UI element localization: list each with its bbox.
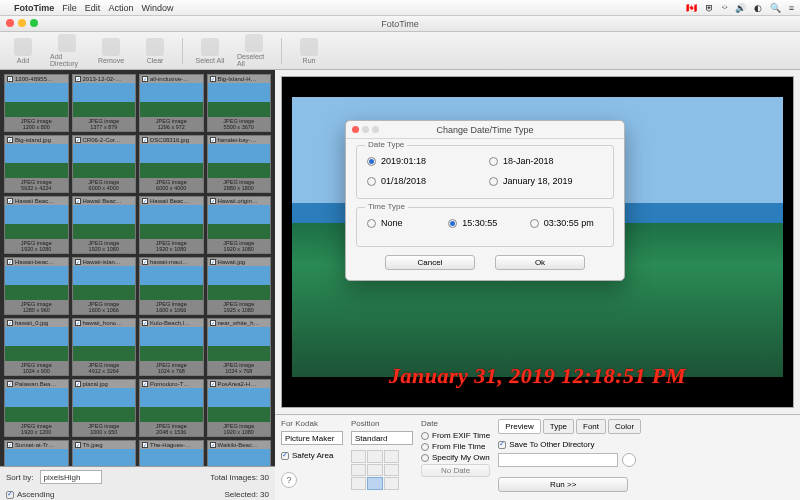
- thumbnail-item[interactable]: ✓near_white_h…JPEG image1024 x 768: [207, 318, 272, 376]
- toolbar-remove-button[interactable]: Remove: [94, 38, 128, 64]
- thumbnail-item[interactable]: ✓Hawaii Beac…JPEG image1920 x 1080: [72, 196, 137, 254]
- thumbnail-meta: JPEG image1377 x 879: [73, 117, 136, 131]
- help-button[interactable]: ?: [281, 472, 297, 488]
- minimize-window-icon[interactable]: [18, 19, 26, 27]
- sort-by-select[interactable]: pixelsHigh: [40, 470, 102, 484]
- thumbnail-item[interactable]: ✓hanalei-bay-…JPEG image2880 x 1800: [207, 135, 272, 193]
- thumbnail-item[interactable]: ✓Palawan.Bea…JPEG image1920 x 1200: [4, 379, 69, 437]
- thumbnail-item[interactable]: ✓Hawaii-islan…JPEG image1600 x 1066: [72, 257, 137, 315]
- position-grid[interactable]: [351, 450, 399, 490]
- thumbnail-meta: JPEG image2048 x 1536: [140, 422, 203, 436]
- thumbnail-filename: CR06-2-Cor…: [83, 137, 121, 143]
- toolbar-run-button[interactable]: Run: [292, 38, 326, 64]
- thumbnail-meta: JPEG image1920 x 1080: [73, 239, 136, 253]
- thumbnail-item[interactable]: ✓PosArea2-H…JPEG image1920 x 1080: [207, 379, 272, 437]
- trash-icon: [146, 38, 164, 56]
- tab-type[interactable]: Type: [543, 419, 574, 434]
- thumbnail-meta: JPEG image1920 x 1080: [5, 239, 68, 253]
- thumbnail-item[interactable]: ✓Waikiki-Beac…JPEG image: [207, 440, 272, 466]
- tab-preview[interactable]: Preview: [498, 419, 540, 434]
- hamburger-icon[interactable]: ≡: [789, 3, 794, 13]
- date-specify-radio[interactable]: Specify My Own: [421, 453, 490, 462]
- plus-icon: [14, 38, 32, 56]
- date-type-option-3[interactable]: January 18, 2019: [489, 176, 603, 186]
- thumbnail-item[interactable]: ✓1200-48955…JPEG image1200 x 800: [4, 74, 69, 132]
- date-type-option-1[interactable]: 18-Jan-2018: [489, 156, 603, 166]
- thumbnail-item[interactable]: ✓Sunset-at-Tr…JPEG image: [4, 440, 69, 466]
- x-icon: [102, 38, 120, 56]
- tab-color[interactable]: Color: [608, 419, 641, 434]
- toolbar-add-button[interactable]: Add: [6, 38, 40, 64]
- toolbar-clear-button[interactable]: Clear: [138, 38, 172, 64]
- dialog-close-icon[interactable]: [352, 126, 359, 133]
- toolbar-select-all-button[interactable]: Select All: [193, 38, 227, 64]
- thumbnail-image: [5, 388, 68, 422]
- thumbnail-item[interactable]: ✓Th.jpegJPEG image: [72, 440, 137, 466]
- thumbnail-item[interactable]: ✓hawaii-maui…JPEG image1600 x 1066: [139, 257, 204, 315]
- toolbar-separator: [281, 38, 282, 64]
- thumbnail-item[interactable]: ✓hawaii_0.jpgJPEG image1024 x 900: [4, 318, 69, 376]
- dialog-cancel-button[interactable]: Cancel: [385, 255, 475, 270]
- flag-icon[interactable]: 🇨🇦: [686, 3, 697, 13]
- search-icon[interactable]: 🔍: [770, 3, 781, 13]
- thumbnail-item[interactable]: ✓CR06-2-Cor…JPEG image6000 x 4000: [72, 135, 137, 193]
- app-name[interactable]: FotoTime: [14, 3, 54, 13]
- thumbnail-image: [5, 327, 68, 361]
- wifi-icon[interactable]: ⌔: [722, 3, 727, 13]
- thumbnail-item[interactable]: ✓Pomodoro-T…JPEG image2048 x 1536: [139, 379, 204, 437]
- close-window-icon[interactable]: [6, 19, 14, 27]
- dnd-icon[interactable]: ◐: [754, 3, 762, 13]
- toolbar-add-directory-button[interactable]: Add Directory: [50, 34, 84, 67]
- dialog-ok-button[interactable]: Ok: [495, 255, 585, 270]
- thumbnail-item[interactable]: ✓Kulo-Beach,l…JPEG image1024 x 768: [139, 318, 204, 376]
- time-type-option-0[interactable]: None: [367, 218, 440, 228]
- thumbnail-item[interactable]: ✓2013-12-02-…JPEG image1377 x 879: [72, 74, 137, 132]
- menu-edit[interactable]: Edit: [85, 3, 101, 13]
- date-from-exif-radio[interactable]: From EXIF Time: [421, 431, 490, 440]
- position-select[interactable]: Standard: [351, 431, 413, 445]
- thumbnail-filename: Th.jpeg: [83, 442, 103, 448]
- toolbar-deselect-all-button[interactable]: Deselect All: [237, 34, 271, 67]
- thumbnail-item[interactable]: ✓Hawaii-beac…JPEG image1280 x 960: [4, 257, 69, 315]
- thumbnail-item[interactable]: ✓hawaii_hono…JPEG image4912 x 3264: [72, 318, 137, 376]
- tab-font[interactable]: Font: [576, 419, 606, 434]
- ascending-checkbox[interactable]: Ascending: [6, 490, 54, 499]
- menu-file[interactable]: File: [62, 3, 77, 13]
- choose-directory-button[interactable]: [622, 453, 636, 467]
- thumbnail-item[interactable]: ✓Big-Island-H…JPEG image5500 x 3670: [207, 74, 272, 132]
- date-type-option-0[interactable]: 2019:01:18: [367, 156, 481, 166]
- thumbnail-item[interactable]: ✓DSC08316.jpgJPEG image6000 x 4000: [139, 135, 204, 193]
- volume-icon[interactable]: 🔊: [735, 3, 746, 13]
- thumbnail-item[interactable]: ✓The-Hagues-…JPEG image: [139, 440, 204, 466]
- date-type-option-2[interactable]: 01/18/2018: [367, 176, 481, 186]
- thumbnail-image: [208, 144, 271, 178]
- menu-action[interactable]: Action: [108, 3, 133, 13]
- date-from-file-radio[interactable]: From File Time: [421, 442, 490, 451]
- time-type-option-2[interactable]: 03:30:55 pm: [530, 218, 603, 228]
- thumbnail-meta: JPEG image6000 x 4000: [73, 178, 136, 192]
- thumbnail-image: [5, 266, 68, 300]
- thumbnail-item[interactable]: ✓Big-island.jpgJPEG image5632 x 4224: [4, 135, 69, 193]
- save-other-directory-checkbox[interactable]: Save To Other Directory: [498, 440, 794, 449]
- date-type-legend: Date Type: [365, 140, 407, 149]
- zoom-window-icon[interactable]: [30, 19, 38, 27]
- safety-area-checkbox[interactable]: Safety Area: [281, 451, 343, 460]
- time-type-option-1[interactable]: 15:30:55: [448, 218, 521, 228]
- thumbnail-item[interactable]: ✓Hawaii.jpgJPEG image1925 x 1080: [207, 257, 272, 315]
- output-directory-field[interactable]: [498, 453, 618, 467]
- thumbnail-item[interactable]: ✓Hawaii Beac…JPEG image1920 x 1080: [4, 196, 69, 254]
- thumbnail-item[interactable]: ✓plazal.jpgJPEG image1000 x 650: [72, 379, 137, 437]
- select-all-icon: [201, 38, 219, 56]
- run-button[interactable]: Run >>: [498, 477, 628, 492]
- thumbnail-meta: JPEG image2880 x 1800: [208, 178, 271, 192]
- picture-maker-select[interactable]: Picture Maker: [281, 431, 343, 445]
- thumbnail-meta: JPEG image1600 x 1066: [140, 300, 203, 314]
- no-date-button[interactable]: No Date: [421, 464, 490, 477]
- thumbnail-item[interactable]: ✓Hawaii Beac…JPEG image1920 x 1080: [139, 196, 204, 254]
- thumbnail-item[interactable]: ✓all-inclusive-…JPEG image1296 x 972: [139, 74, 204, 132]
- shield-icon[interactable]: ⛨: [705, 3, 714, 13]
- menu-window[interactable]: Window: [141, 3, 173, 13]
- thumbnail-filename: Big-Island-H…: [218, 76, 257, 82]
- thumbnail-filename: Kulo-Beach,l…: [150, 320, 190, 326]
- thumbnail-item[interactable]: ✓Hawaii.origin…JPEG image1920 x 1080: [207, 196, 272, 254]
